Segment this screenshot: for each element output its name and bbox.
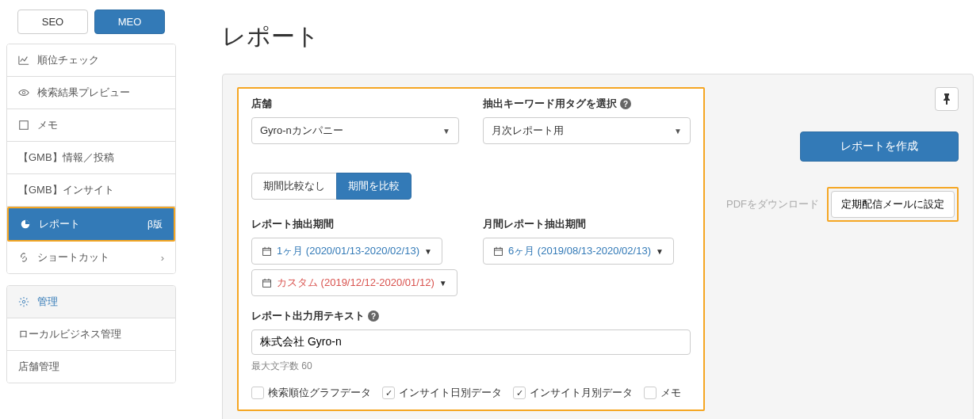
mode-tabs: SEO MEO: [6, 6, 176, 44]
text-label: レポート出力用テキスト ?: [251, 309, 691, 323]
cb-rank-graph[interactable]: 検索順位グラフデータ: [251, 386, 371, 400]
pdf-download-link[interactable]: PDFをダウンロード: [726, 197, 819, 211]
nav-label: 【GMB】インサイト: [18, 183, 114, 197]
tag-select[interactable]: 月次レポート用 ▼: [483, 117, 691, 144]
nav-label: ローカルビジネス管理: [18, 327, 121, 341]
store-label: 店舗: [251, 97, 459, 111]
svg-point-3: [22, 300, 25, 303]
nav-search-preview[interactable]: 検索結果プレビュー: [7, 77, 175, 109]
monthly-value: 6ヶ月 (2019/08/13-2020/02/13): [508, 244, 651, 258]
nav-gmb-post[interactable]: 【GMB】情報／投稿: [7, 142, 175, 174]
caret-down-icon: ▼: [439, 279, 447, 288]
nav-label: メモ: [37, 118, 58, 132]
nav-report[interactable]: レポート β版: [9, 208, 174, 240]
chart-line-icon: [18, 55, 33, 66]
report-panel: 店舗 Gyro-nカンパニー ▼ 抽出キーワード用タグを選択 ?: [222, 74, 974, 419]
cb-insight-daily[interactable]: インサイト日別データ: [382, 386, 502, 400]
checkbox-checked-icon: [382, 387, 395, 399]
nav-main: 順位チェック 検索結果プレビュー メモ 【GMB】情報／投稿 【GMB】インサイ…: [6, 44, 176, 274]
nav-rank-check[interactable]: 順位チェック: [7, 44, 175, 77]
highlight-report-nav: レポート β版: [7, 207, 175, 242]
gear-icon: [18, 296, 33, 307]
nav-local-business[interactable]: ローカルビジネス管理: [7, 318, 175, 351]
char-hint: 最大文字数 60: [251, 360, 691, 373]
pin-icon: [942, 93, 951, 105]
caret-down-icon: ▼: [424, 247, 432, 256]
compare-off-button[interactable]: 期間比較なし: [251, 173, 337, 200]
nav-admin: 管理 ローカルビジネス管理 店舗管理: [6, 285, 176, 383]
nav-label: レポート: [39, 217, 80, 231]
svg-rect-1: [20, 121, 29, 130]
pie-chart-icon: [20, 219, 34, 230]
caret-down-icon: ▼: [674, 127, 682, 135]
tab-meo[interactable]: MEO: [94, 10, 165, 34]
select-value: 月次レポート用: [492, 124, 564, 138]
create-report-button[interactable]: レポートを作成: [800, 131, 959, 162]
svg-rect-6: [495, 248, 503, 255]
monthly-label: 月間レポート抽出期間: [483, 217, 691, 231]
svg-rect-5: [263, 280, 271, 287]
checkbox-icon: [251, 387, 264, 399]
caret-down-icon: ▼: [442, 127, 450, 135]
nav-label: 【GMB】情報／投稿: [18, 150, 114, 165]
svg-point-0: [22, 91, 25, 94]
main-content: レポート 店舗 Gyro-nカンパニー ▼: [182, 0, 980, 419]
nav-gmb-insight[interactable]: 【GMB】インサイト: [7, 174, 175, 207]
tag-label: 抽出キーワード用タグを選択 ?: [483, 97, 691, 111]
pin-button[interactable]: [935, 87, 959, 111]
tab-seo[interactable]: SEO: [17, 10, 88, 34]
help-icon[interactable]: ?: [620, 98, 631, 109]
nav-shortcut[interactable]: ショートカット ›: [7, 242, 175, 273]
checkbox-checked-icon: [513, 387, 526, 399]
beta-badge: β版: [147, 218, 163, 231]
custom-period-select[interactable]: カスタム (2019/12/12-2020/01/12) ▼: [251, 269, 457, 296]
calendar-icon: [262, 246, 272, 257]
nav-admin-header[interactable]: 管理: [7, 286, 175, 318]
output-text-input[interactable]: [251, 329, 691, 355]
nav-label: 検索結果プレビュー: [37, 86, 130, 100]
form-highlight: 店舗 Gyro-nカンパニー ▼ 抽出キーワード用タグを選択 ?: [237, 87, 705, 411]
sidebar: SEO MEO 順位チェック 検索結果プレビュー メモ 【GMB】情報／投稿 【…: [0, 0, 182, 419]
caret-down-icon: ▼: [656, 247, 664, 256]
period-select[interactable]: 1ヶ月 (2020/01/13-2020/02/13) ▼: [251, 238, 442, 265]
period-value: 1ヶ月 (2020/01/13-2020/02/13): [277, 244, 419, 258]
monthly-select[interactable]: 6ヶ月 (2019/08/13-2020/02/13) ▼: [483, 238, 674, 265]
custom-value: カスタム (2019/12/12-2020/01/12): [277, 276, 434, 290]
highlight-schedule: 定期配信メールに設定: [827, 187, 959, 222]
nav-store-admin[interactable]: 店舗管理: [7, 351, 175, 383]
chevron-right-icon: ›: [161, 252, 164, 264]
page-title: レポート: [222, 21, 974, 53]
cb-memo[interactable]: メモ: [644, 386, 681, 400]
link-icon: [18, 252, 33, 263]
nav-label: 店舗管理: [18, 360, 59, 374]
store-select[interactable]: Gyro-nカンパニー ▼: [251, 117, 459, 144]
calendar-icon: [262, 278, 272, 288]
help-icon[interactable]: ?: [368, 310, 379, 322]
nav-label: ショートカット: [37, 250, 109, 265]
svg-rect-4: [263, 248, 271, 255]
cb-insight-monthly[interactable]: インサイト月別データ: [513, 386, 633, 400]
actions-area: レポートを作成 PDFをダウンロード 定期配信メールに設定: [721, 87, 959, 411]
calendar-icon: [493, 246, 503, 257]
nav-label: 順位チェック: [37, 53, 99, 67]
nav-memo[interactable]: メモ: [7, 109, 175, 142]
eye-icon: [18, 87, 33, 98]
period-label: レポート抽出期間: [251, 217, 459, 231]
select-value: Gyro-nカンパニー: [260, 124, 343, 138]
schedule-mail-button[interactable]: 定期配信メールに設定: [831, 191, 955, 218]
note-icon: [18, 120, 33, 131]
compare-toggle: 期間比較なし 期間を比較: [251, 173, 691, 200]
compare-on-button[interactable]: 期間を比較: [336, 173, 412, 200]
checkbox-icon: [644, 387, 657, 399]
nav-label: 管理: [37, 295, 58, 309]
checkbox-row: 検索順位グラフデータ インサイト日別データ インサイト月別データ メモ: [251, 386, 691, 400]
